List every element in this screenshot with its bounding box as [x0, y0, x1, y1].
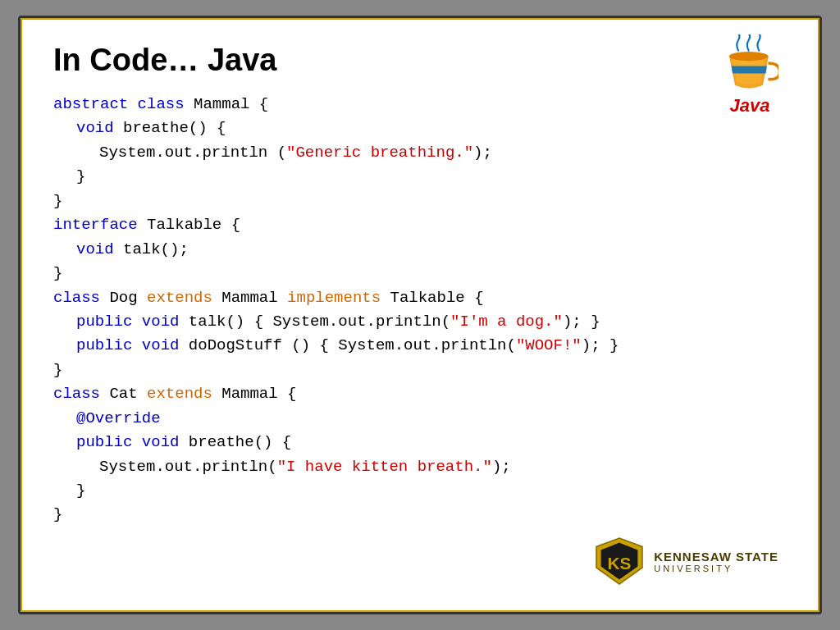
cat-name: Cat	[100, 385, 147, 403]
ksu-text-block: KENNESAW STATE UNIVERSITY	[654, 550, 778, 573]
svg-text:U: U	[617, 577, 622, 584]
talkable-rest: Talkable {	[138, 216, 240, 234]
ksu-logo: KS U KENNESAW STATE UNIVERSITY	[593, 535, 778, 587]
code-line-8: }	[53, 262, 787, 285]
kw-extends-cat: extends	[147, 385, 212, 403]
close-breathe-cat: }	[76, 479, 85, 503]
java-text: Java	[721, 95, 778, 116]
talkable-name: Talkable {	[381, 289, 483, 307]
code-line-16: System.out.println("I have kitten breath…	[53, 455, 787, 479]
slide-title: In Code… Java	[53, 43, 787, 78]
java-logo: Java	[721, 34, 778, 116]
code-line-11: public void doDogStuff () { System.out.p…	[53, 334, 787, 358]
kw-void-1: void breathe() {	[76, 116, 226, 140]
kw-void-2: void talk();	[76, 238, 189, 262]
svg-text:KS: KS	[608, 554, 632, 573]
ksu-name-line2: UNIVERSITY	[654, 564, 778, 573]
println-1: System.out.println ("Generic breathing."…	[99, 141, 492, 165]
svg-point-0	[729, 52, 769, 61]
code-line-13: class Cat extends Mammal {	[53, 382, 787, 406]
code-line-4: }	[53, 165, 787, 189]
dog-name: Dog	[100, 289, 147, 307]
code-line-15: public void breathe() {	[53, 431, 787, 454]
mammal-name: Mammal	[212, 289, 287, 307]
slide: In Code… Java Java abstract class Mammal…	[18, 16, 822, 614]
code-block: abstract class Mammal { void breathe() {…	[53, 93, 787, 527]
annotation-override: @Override	[76, 407, 161, 431]
ksu-name-line1: KENNESAW STATE	[654, 550, 778, 564]
code-line-18: }	[53, 503, 787, 527]
close-breathe: }	[76, 165, 85, 189]
code-line-10: public void talk() { System.out.println(…	[53, 310, 787, 334]
code-line-6: interface Talkable {	[53, 213, 787, 237]
breathe-cat-sig: public void breathe() {	[76, 431, 291, 454]
code-line-2: void breathe() {	[53, 116, 787, 140]
code-line-12: }	[53, 358, 787, 382]
ksu-emblem-icon: KS U	[593, 535, 646, 587]
kw-class-dog: class	[53, 289, 100, 307]
code-line-1: abstract class Mammal {	[53, 93, 787, 116]
kw-interface: interface	[53, 216, 138, 234]
kw-implements: implements	[287, 289, 381, 307]
code-line-5: }	[53, 189, 787, 213]
java-cup-icon	[721, 34, 778, 92]
mammal-cat: Mammal {	[212, 385, 297, 403]
println-cat: System.out.println("I have kitten breath…	[99, 455, 511, 479]
kw-abstract: abstract class	[53, 95, 185, 113]
code-line-7: void talk();	[53, 238, 787, 262]
code-line-14: @Override	[53, 407, 787, 431]
kw-extends-dog: extends	[147, 289, 212, 307]
mammal-rest: Mammal {	[185, 95, 269, 113]
talk-method: public void talk() { System.out.println(…	[76, 310, 600, 334]
code-line-17: }	[53, 479, 787, 503]
kw-class-cat: class	[53, 385, 100, 403]
code-line-9: class Dog extends Mammal implements Talk…	[53, 286, 787, 310]
dodogstuff-method: public void doDogStuff () { System.out.p…	[76, 334, 619, 358]
code-line-3: System.out.println ("Generic breathing."…	[53, 141, 787, 165]
